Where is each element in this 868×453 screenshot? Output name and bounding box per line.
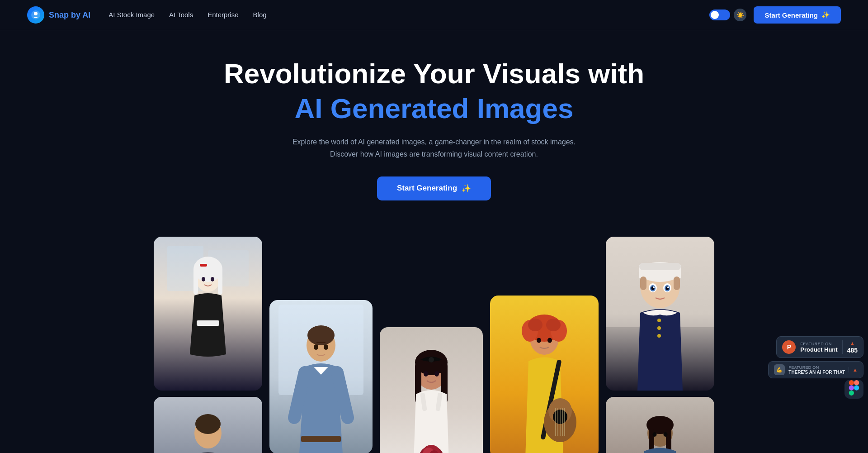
svg-rect-7 <box>193 267 198 295</box>
svg-point-45 <box>546 319 561 331</box>
hero-title-line2: AI Generated Images <box>9 92 859 124</box>
svg-point-22 <box>324 344 328 350</box>
svg-point-55 <box>537 338 541 343</box>
logo-icon <box>27 6 44 24</box>
nav-link-ai-stock-image[interactable]: AI Stock Image <box>108 11 155 19</box>
svg-rect-86 <box>849 391 854 396</box>
svg-point-65 <box>657 319 661 322</box>
product-hunt-badge[interactable]: P FEATURED ON Product Hunt ▲ 485 <box>776 336 863 358</box>
svg-point-82 <box>664 432 668 437</box>
theme-toggle[interactable]: ☀️ <box>709 9 746 21</box>
svg-point-44 <box>528 319 542 331</box>
svg-point-81 <box>653 432 657 437</box>
gallery-col-5 <box>606 237 714 453</box>
gallery-image-anime-girl[interactable] <box>154 237 262 391</box>
nav-link-ai-tools[interactable]: AI Tools <box>169 11 193 19</box>
sparkle-icon-hero: ✨ <box>462 184 471 193</box>
svg-rect-8 <box>218 267 222 295</box>
logo-text: Snap by AI <box>49 10 90 20</box>
svg-rect-9 <box>197 320 219 326</box>
figma-icon <box>849 380 859 398</box>
svg-point-11 <box>202 277 205 281</box>
nav-link-blog[interactable]: Blog <box>253 11 267 19</box>
svg-rect-85 <box>849 385 854 390</box>
upvote-arrow-icon: ▲ <box>849 340 855 347</box>
svg-point-1 <box>34 12 38 15</box>
svg-point-37 <box>424 371 428 377</box>
svg-rect-84 <box>854 380 859 385</box>
product-hunt-count: 485 <box>847 347 858 354</box>
svg-point-29 <box>429 357 434 362</box>
gallery-image-redhead-guitar[interactable] <box>490 296 599 453</box>
ai-badge-text-area: FEATURED ON THERE'S AN AI FOR THAT <box>788 365 845 375</box>
gallery-image-bottom-left[interactable] <box>154 397 262 453</box>
svg-rect-23 <box>316 342 326 343</box>
gallery-image-bottom-right[interactable] <box>606 397 714 453</box>
nav-links: AI Stock Image AI Tools Enterprise Blog <box>108 11 709 19</box>
gallery-image-child[interactable] <box>606 237 714 391</box>
navbar: Snap by AI AI Stock Image AI Tools Enter… <box>0 0 868 30</box>
svg-point-21 <box>314 344 318 350</box>
svg-rect-62 <box>639 263 681 270</box>
gallery-col-4 <box>490 237 599 453</box>
toggle-thumb <box>711 11 719 19</box>
product-hunt-count-area: ▲ 485 <box>842 340 858 354</box>
nav-start-generating-button[interactable]: Start Generating ✨ <box>754 6 841 24</box>
svg-point-56 <box>547 338 552 343</box>
toggle-track[interactable] <box>709 10 730 20</box>
svg-rect-10 <box>200 264 207 267</box>
nav-right: ☀️ Start Generating ✨ <box>709 6 841 24</box>
gallery-col-2 <box>269 237 373 453</box>
hero-start-generating-button[interactable]: Start Generating ✨ <box>377 176 491 200</box>
ai-badge-arrow: ▲ <box>849 367 858 372</box>
gallery-col-3 <box>380 237 483 453</box>
svg-rect-63 <box>640 277 646 290</box>
svg-point-15 <box>195 414 221 434</box>
gallery-image-man[interactable] <box>269 300 373 453</box>
svg-rect-20 <box>301 436 341 442</box>
svg-rect-64 <box>674 277 680 290</box>
svg-point-66 <box>657 326 661 330</box>
product-hunt-logo: P <box>782 340 796 354</box>
logo[interactable]: Snap by AI <box>27 6 90 24</box>
hero-section: Revolutionize Your Visuals with AI Gener… <box>0 30 868 219</box>
sparkle-icon: ✨ <box>821 11 830 19</box>
svg-point-87 <box>854 385 859 390</box>
svg-rect-83 <box>849 380 854 385</box>
svg-point-75 <box>667 286 669 288</box>
sun-icon: ☀️ <box>734 9 746 21</box>
figma-badge[interactable] <box>844 380 863 399</box>
ai-badge-icon: 💪 <box>774 364 785 375</box>
svg-point-12 <box>211 277 214 281</box>
svg-point-74 <box>653 286 655 288</box>
hero-subtitle: Explore the world of AI generated images… <box>289 136 579 160</box>
svg-point-38 <box>434 371 439 377</box>
gallery-col-1 <box>154 237 262 453</box>
image-gallery <box>0 219 868 453</box>
product-hunt-text: FEATURED ON Product Hunt <box>800 342 837 353</box>
gallery-image-girl-rose[interactable] <box>380 327 483 453</box>
nav-link-enterprise[interactable]: Enterprise <box>208 11 238 19</box>
theres-an-ai-badge[interactable]: 💪 FEATURED ON THERE'S AN AI FOR THAT ▲ <box>768 361 863 378</box>
hero-title-line1: Revolutionize Your Visuals with <box>9 57 859 90</box>
svg-point-67 <box>657 334 661 338</box>
